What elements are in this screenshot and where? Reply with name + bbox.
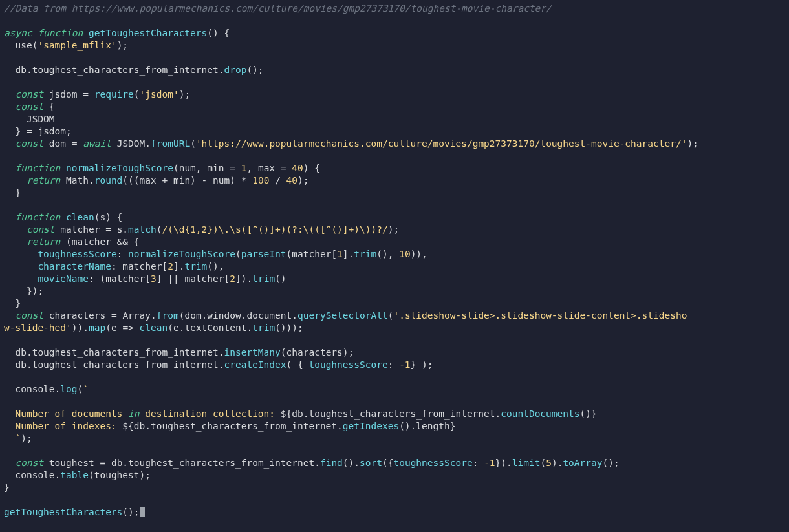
- comment-line: //Data from https://www.popularmechanics…: [4, 3, 552, 14]
- cursor: [140, 507, 145, 517]
- function-name: getToughestCharacters: [89, 28, 207, 38]
- code-editor[interactable]: //Data from https://www.popularmechanics…: [0, 0, 789, 518]
